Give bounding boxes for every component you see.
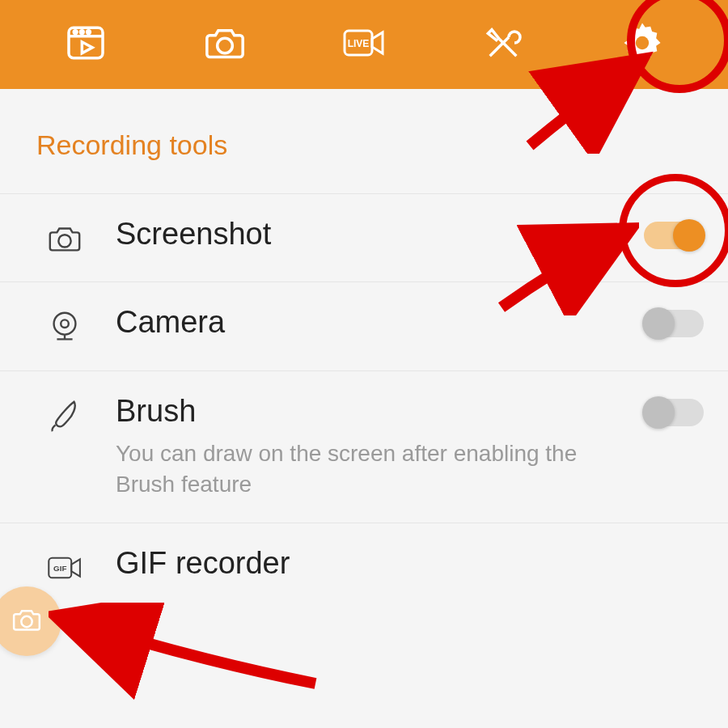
photos-tab[interactable] <box>176 0 273 89</box>
camera-icon <box>11 603 43 639</box>
webcam-icon <box>36 305 93 345</box>
top-tab-bar: LIVE <box>0 0 728 89</box>
section-title: Recording tools <box>0 89 728 193</box>
svg-point-6 <box>218 38 233 53</box>
videos-tab[interactable] <box>37 0 134 89</box>
gear-icon <box>620 20 665 69</box>
annotation-arrow-float <box>49 603 324 700</box>
row-screenshot[interactable]: Screenshot <box>0 193 728 282</box>
tools-icon <box>480 20 526 69</box>
row-label: GIF recorder <box>116 546 704 581</box>
camera-toggle[interactable] <box>644 310 704 337</box>
row-camera[interactable]: Camera <box>0 282 728 371</box>
svg-point-12 <box>61 320 69 328</box>
svg-marker-5 <box>82 42 92 53</box>
settings-tab[interactable] <box>594 0 691 89</box>
video-clip-icon <box>63 20 108 69</box>
svg-point-3 <box>80 31 83 34</box>
live-camera-icon: LIVE <box>341 20 387 69</box>
row-subtitle: You can draw on the screen after enablin… <box>116 438 617 500</box>
screenshot-toggle[interactable] <box>644 222 704 249</box>
row-label: Camera <box>116 305 623 340</box>
svg-point-2 <box>74 31 77 34</box>
svg-point-4 <box>87 31 91 34</box>
tools-tab[interactable] <box>455 0 552 89</box>
svg-point-9 <box>636 36 649 49</box>
svg-text:GIF: GIF <box>53 564 66 573</box>
svg-point-11 <box>54 313 76 335</box>
brush-icon <box>36 394 93 434</box>
gif-icon: GIF <box>36 546 93 586</box>
brush-toggle[interactable] <box>644 399 704 426</box>
row-label: Screenshot <box>116 217 623 252</box>
svg-point-10 <box>58 235 70 247</box>
camera-icon <box>202 20 248 69</box>
floating-screenshot-button[interactable] <box>0 586 61 656</box>
live-tab[interactable]: LIVE <box>315 0 413 89</box>
camera-outline-icon <box>36 217 93 257</box>
svg-text:LIVE: LIVE <box>348 38 370 49</box>
row-gif-recorder[interactable]: GIF GIF recorder <box>0 523 728 612</box>
row-label: Brush <box>116 394 623 429</box>
settings-list: Screenshot Camera Bru <box>0 193 728 612</box>
row-brush[interactable]: Brush You can draw on the screen after e… <box>0 371 728 523</box>
svg-point-15 <box>21 616 32 627</box>
